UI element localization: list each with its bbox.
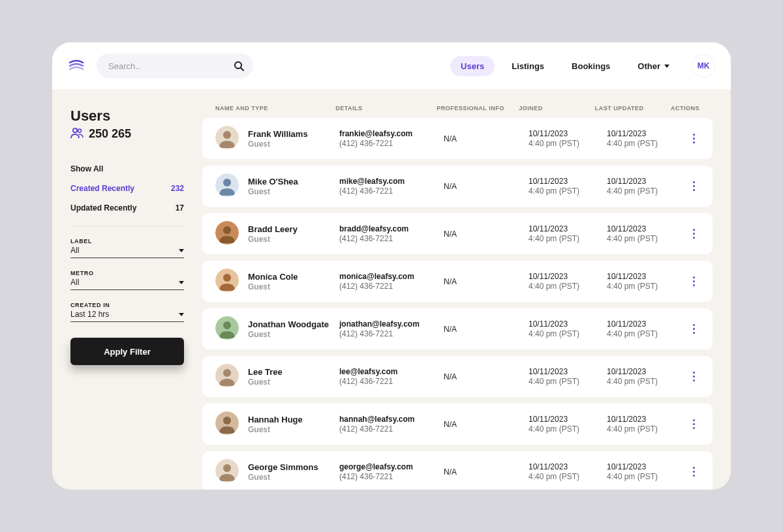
filter-created-in-field: CREATED IN Last 12 hrs bbox=[70, 302, 184, 322]
nav-other[interactable]: Other bbox=[627, 56, 680, 76]
professional-cell: N/A bbox=[444, 372, 529, 381]
filter-created-recently-label: Created Recently bbox=[70, 184, 134, 193]
updated-time: 4:40 pm (PST) bbox=[607, 424, 685, 434]
svg-point-5 bbox=[223, 131, 231, 139]
name-cell: Monica Cole Guest bbox=[248, 272, 339, 291]
th-name: NAME AND TYPE bbox=[215, 105, 335, 111]
user-phone: (412) 436-7221 bbox=[339, 472, 444, 481]
user-name: Mike O'Shea bbox=[248, 177, 339, 186]
app-window: Users Listings Bookings Other MK Users bbox=[52, 42, 731, 490]
table-row[interactable]: Lee Tree Guest lee@leafsy.com (412) 436-… bbox=[202, 356, 713, 397]
filter-label-select[interactable]: All bbox=[70, 246, 184, 255]
updated-time: 4:40 pm (PST) bbox=[607, 139, 685, 148]
filter-updated-recently[interactable]: Updated Recently 17 bbox=[70, 198, 184, 218]
user-type: Guest bbox=[248, 282, 339, 291]
kebab-menu-icon[interactable] bbox=[688, 417, 699, 432]
user-type: Guest bbox=[248, 187, 339, 196]
details-cell: mike@leafsy.com (412) 436-7221 bbox=[339, 177, 444, 196]
actions-cell bbox=[685, 321, 699, 337]
search-input[interactable] bbox=[97, 53, 253, 78]
user-count: 250 265 bbox=[89, 127, 131, 141]
kebab-menu-icon[interactable] bbox=[688, 179, 699, 194]
updated-date: 10/11/2023 bbox=[607, 319, 685, 329]
users-icon bbox=[70, 127, 84, 141]
filter-label-value: All bbox=[70, 246, 79, 255]
updated-time: 4:40 pm (PST) bbox=[607, 329, 685, 338]
nav-users[interactable]: Users bbox=[450, 56, 495, 76]
sidebar: Users 250 265 Show All Created Recently bbox=[52, 89, 202, 490]
table-row[interactable]: Jonathan Woodgate Guest jonathan@leafsy.… bbox=[202, 308, 713, 349]
user-phone: (412) 436-7221 bbox=[339, 282, 444, 291]
updated-cell: 10/11/2023 4:40 pm (PST) bbox=[607, 415, 685, 434]
actions-cell bbox=[685, 226, 699, 242]
table-row[interactable]: Monica Cole Guest monica@leafsy.com (412… bbox=[202, 261, 713, 302]
details-cell: monica@leafsy.com (412) 436-7221 bbox=[339, 272, 444, 291]
user-phone: (412) 436-7221 bbox=[339, 186, 444, 196]
joined-date: 10/11/2023 bbox=[529, 272, 607, 281]
table-row[interactable]: Frank Williams Guest frankie@leafsy.com … bbox=[202, 118, 713, 159]
user-email: george@leafsy.com bbox=[339, 462, 444, 471]
apply-filter-button[interactable]: Apply Filter bbox=[70, 338, 184, 365]
svg-point-11 bbox=[223, 274, 231, 282]
user-name: Lee Tree bbox=[248, 367, 339, 377]
details-cell: bradd@leafsy.com (412) 436-7221 bbox=[339, 224, 444, 243]
kebab-menu-icon[interactable] bbox=[688, 321, 699, 337]
joined-date: 10/11/2023 bbox=[529, 224, 607, 233]
name-cell: Bradd Leery Guest bbox=[248, 224, 339, 244]
filter-show-all[interactable]: Show All bbox=[70, 159, 184, 179]
table-row[interactable]: Mike O'Shea Guest mike@leafsy.com (412) … bbox=[202, 166, 713, 207]
search-icon bbox=[234, 61, 244, 71]
filter-created-recently[interactable]: Created Recently 232 bbox=[70, 179, 184, 198]
updated-date: 10/11/2023 bbox=[607, 177, 685, 186]
joined-time: 4:40 pm (PST) bbox=[529, 472, 607, 481]
filter-label-caption: LABEL bbox=[70, 238, 184, 244]
user-avatar[interactable]: MK bbox=[692, 54, 715, 78]
user-type: Guest bbox=[248, 473, 339, 482]
filter-created-in-select[interactable]: Last 12 hrs bbox=[70, 310, 184, 319]
nav: Users Listings Bookings Other MK bbox=[450, 54, 715, 78]
updated-time: 4:40 pm (PST) bbox=[607, 186, 685, 196]
divider bbox=[70, 226, 184, 226]
professional-cell: N/A bbox=[444, 134, 529, 143]
user-name: Frank Williams bbox=[248, 129, 339, 139]
svg-line-1 bbox=[241, 68, 243, 70]
joined-date: 10/11/2023 bbox=[529, 177, 607, 186]
actions-cell bbox=[685, 369, 699, 385]
user-type: Guest bbox=[248, 235, 339, 244]
count-row: 250 265 bbox=[70, 127, 184, 141]
nav-bookings[interactable]: Bookings bbox=[561, 56, 621, 76]
table-row[interactable]: Bradd Leery Guest bradd@leafsy.com (412)… bbox=[202, 213, 713, 254]
table-row[interactable]: George Simmons Guest george@leafsy.com (… bbox=[202, 451, 713, 490]
updated-cell: 10/11/2023 4:40 pm (PST) bbox=[607, 129, 685, 148]
avatar bbox=[215, 411, 248, 437]
user-type: Guest bbox=[248, 377, 339, 387]
kebab-menu-icon[interactable] bbox=[688, 369, 699, 385]
filter-metro-select[interactable]: All bbox=[70, 278, 184, 287]
user-name: Jonathan Woodgate bbox=[248, 319, 339, 329]
avatar bbox=[215, 316, 248, 342]
joined-time: 4:40 pm (PST) bbox=[529, 139, 607, 148]
user-type: Guest bbox=[248, 140, 339, 149]
kebab-menu-icon[interactable] bbox=[688, 274, 699, 289]
avatar bbox=[215, 269, 248, 294]
avatar bbox=[215, 459, 248, 484]
joined-cell: 10/11/2023 4:40 pm (PST) bbox=[529, 224, 607, 243]
user-phone: (412) 436-7221 bbox=[339, 139, 444, 148]
kebab-menu-icon[interactable] bbox=[688, 131, 699, 147]
joined-cell: 10/11/2023 4:40 pm (PST) bbox=[529, 415, 607, 434]
joined-date: 10/11/2023 bbox=[529, 319, 607, 329]
updated-cell: 10/11/2023 4:40 pm (PST) bbox=[607, 272, 685, 291]
chevron-down-icon bbox=[179, 281, 184, 284]
updated-time: 4:40 pm (PST) bbox=[607, 282, 685, 291]
table-area: NAME AND TYPE DETAILS PROFESSIONAL INFO … bbox=[202, 89, 731, 490]
kebab-menu-icon[interactable] bbox=[688, 464, 699, 480]
user-name: Monica Cole bbox=[248, 272, 339, 282]
table-row[interactable]: Hannah Huge Guest hannah@leafsy.com (412… bbox=[202, 404, 713, 445]
user-type: Guest bbox=[248, 330, 339, 339]
joined-time: 4:40 pm (PST) bbox=[529, 234, 607, 243]
nav-listings[interactable]: Listings bbox=[501, 56, 555, 76]
filter-show-all-label: Show All bbox=[70, 164, 103, 173]
professional-cell: N/A bbox=[444, 420, 529, 429]
actions-cell bbox=[685, 179, 699, 194]
kebab-menu-icon[interactable] bbox=[688, 226, 699, 242]
